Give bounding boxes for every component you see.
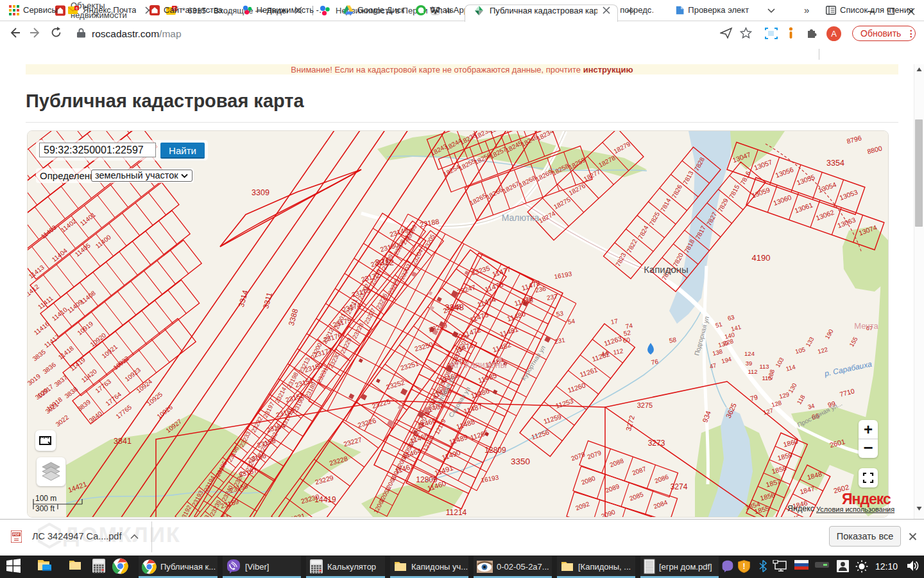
- svg-text:6: 6: [76, 6, 78, 10]
- svg-text:!: !: [743, 562, 746, 571]
- svg-text:12809: 12809: [416, 475, 438, 484]
- svg-text:3309: 3309: [252, 188, 270, 197]
- svg-text:Мечта: Мечта: [854, 321, 878, 331]
- svg-text:3841: 3841: [114, 437, 132, 446]
- svg-text:PDF: PDF: [13, 532, 21, 536]
- svg-text:3275: 3275: [637, 401, 653, 409]
- svg-text:14419: 14419: [314, 495, 336, 504]
- svg-text:112: 112: [748, 368, 757, 375]
- svg-text:Малютка: Малютка: [502, 213, 540, 223]
- svg-text:КП Капидоны: КП Капидоны: [450, 360, 506, 370]
- svg-text:124: 124: [744, 350, 755, 357]
- svg-text:113: 113: [759, 363, 769, 370]
- svg-text:12809: 12809: [484, 446, 506, 455]
- svg-text:3350: 3350: [511, 457, 530, 466]
- svg-text:39: 39: [746, 360, 753, 367]
- svg-text:Капидоны: Капидоны: [644, 264, 689, 275]
- svg-text:4190: 4190: [752, 253, 771, 263]
- svg-text:3354: 3354: [826, 159, 844, 168]
- svg-text:3274: 3274: [671, 482, 688, 491]
- svg-text:11214: 11214: [446, 508, 467, 517]
